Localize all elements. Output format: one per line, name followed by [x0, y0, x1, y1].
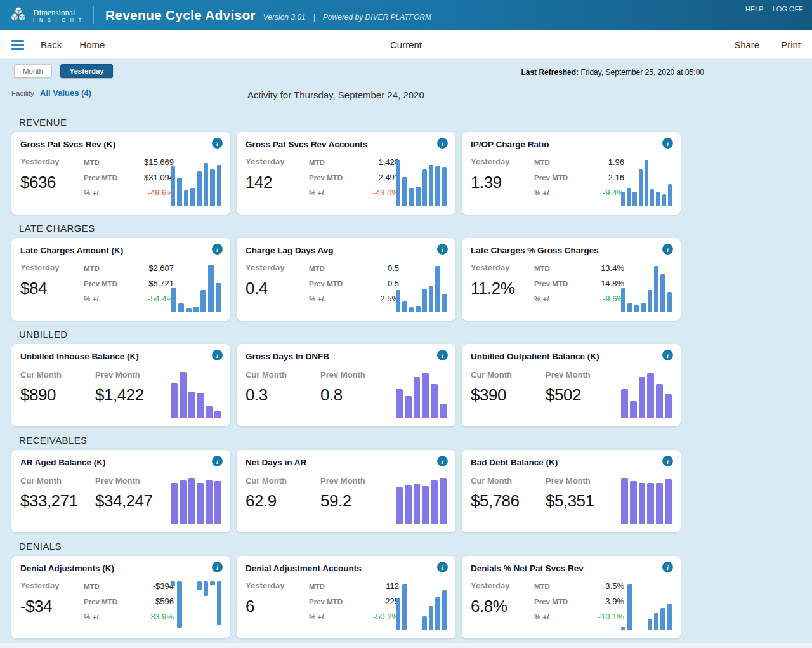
spark-bar: [435, 597, 440, 630]
spark-bar: [177, 581, 181, 628]
spark-bar: [396, 290, 400, 312]
info-icon[interactable]: [662, 244, 673, 255]
sparkline-chart: [621, 263, 672, 312]
kpi-card[interactable]: Net Days in AR Cur Month62.9Prev Month59…: [237, 450, 455, 532]
spark-bar: [204, 581, 208, 596]
kpi-card[interactable]: Gross Pat Svcs Rev (K) Yesterday $636 MT…: [11, 132, 230, 215]
metric-value: -$394: [124, 581, 174, 591]
section-title: UNBILLED: [19, 329, 812, 340]
spark-bar: [654, 266, 658, 312]
primary-label: Yesterday: [471, 581, 534, 590]
spark-bar: [621, 389, 628, 418]
info-icon[interactable]: [662, 350, 673, 360]
spark-bar: [402, 177, 407, 206]
kpi-card[interactable]: Gross Pat Svcs Rev Accounts Yesterday 14…: [237, 132, 455, 215]
metric-label: Prev MTD: [534, 280, 575, 288]
month-label: Prev Month: [546, 476, 620, 486]
metric-value: $15,669: [124, 157, 174, 167]
kpi-card[interactable]: Late Charges % Gross Charges Yesterday 1…: [462, 238, 681, 321]
spark-bar: [188, 392, 195, 418]
logoff-link[interactable]: LOG OFF: [773, 5, 803, 13]
info-icon[interactable]: [662, 562, 673, 572]
kpi-card[interactable]: Charge Lag Days Avg Yesterday 0.4 MTD0.5…: [237, 238, 455, 321]
metric-row: % +/--10.1%: [534, 612, 624, 621]
month-label: Cur Month: [471, 476, 546, 486]
card-title: Late Charges % Gross Charges: [471, 246, 672, 255]
metric-value: 225: [350, 597, 399, 606]
spark-bar: [630, 481, 637, 524]
kpi-card[interactable]: AR Aged Balance (K) Cur Month$33,271Prev…: [11, 450, 230, 532]
spark-bar: [414, 377, 421, 418]
info-icon[interactable]: [437, 138, 448, 149]
sparkline-chart: [171, 581, 221, 630]
back-button[interactable]: Back: [41, 39, 62, 50]
info-icon[interactable]: [212, 350, 223, 360]
metric-rows: MTD112Prev MTD225% +/--50.2%: [309, 581, 399, 621]
spark-bar: [621, 478, 628, 524]
spark-bar: [429, 165, 433, 206]
dashboard-sections: REVENUE Gross Pat Svcs Rev (K) Yesterday…: [0, 117, 812, 638]
info-icon[interactable]: [212, 138, 223, 149]
kpi-card[interactable]: Denial Adjustments (K) Yesterday -$34 MT…: [11, 556, 230, 638]
info-icon[interactable]: [212, 562, 223, 572]
primary-value: 6: [246, 597, 309, 616]
info-icon[interactable]: [437, 244, 448, 255]
info-icon[interactable]: [437, 350, 448, 360]
primary-value: 6.8%: [471, 597, 534, 616]
month-toggle-button[interactable]: Month: [14, 64, 52, 78]
info-icon[interactable]: [212, 244, 223, 255]
metric-row: % +/--49.6%: [84, 188, 174, 197]
metric-value: 2.5%: [350, 294, 399, 303]
primary-label: Yesterday: [20, 263, 84, 272]
metric-label: Prev MTD: [534, 174, 575, 182]
metric-label: MTD: [309, 583, 350, 590]
kpi-card[interactable]: Gross Days In DNFB Cur Month0.3Prev Mont…: [237, 344, 455, 426]
activity-title: Activity for Thursday, September 24, 202…: [247, 89, 424, 100]
home-button[interactable]: Home: [79, 39, 105, 50]
info-icon[interactable]: [212, 456, 223, 466]
info-icon[interactable]: [437, 456, 448, 466]
spark-bar: [440, 478, 447, 524]
yesterday-toggle-button[interactable]: Yesterday: [60, 64, 112, 78]
metric-rows: MTD-$394Prev MTD-$596% +/-33.9%: [84, 581, 174, 621]
card-title: Bad Debt Balance (K): [471, 458, 672, 467]
section-title: REVENUE: [19, 117, 812, 128]
kpi-card[interactable]: Unbilled Inhouse Balance (K) Cur Month$8…: [11, 344, 230, 426]
metric-row: % +/-2.5%: [309, 294, 399, 303]
spark-bar: [396, 389, 403, 418]
spark-bar: [648, 619, 652, 630]
metric-row: MTD112: [309, 581, 399, 591]
kpi-card[interactable]: Denial Adjustment Accounts Yesterday 6 M…: [237, 556, 455, 638]
metric-value: 2,491: [350, 173, 399, 182]
spark-bar: [639, 169, 643, 206]
spark-bar: [656, 192, 660, 206]
metric-row: % +/--54.4%: [84, 294, 174, 303]
version-separator: |: [313, 13, 315, 22]
metric-value: 3.9%: [575, 597, 624, 606]
spark-bar: [204, 163, 208, 206]
metric-label: % +/-: [84, 613, 124, 621]
kpi-card[interactable]: IP/OP Charge Ratio Yesterday 1.39 MTD1.9…: [462, 132, 681, 215]
spark-bar: [639, 377, 646, 418]
kpi-card[interactable]: Late Charges Amount (K) Yesterday $84 MT…: [11, 238, 230, 321]
metric-row: MTD1,420: [309, 157, 399, 167]
info-icon[interactable]: [662, 138, 673, 149]
kpi-card[interactable]: Bad Debt Balance (K) Cur Month$5,786Prev…: [462, 450, 681, 532]
sparkline-chart: [171, 475, 221, 524]
help-link[interactable]: HELP: [745, 5, 764, 13]
spark-bar: [184, 190, 188, 206]
info-icon[interactable]: [437, 562, 448, 572]
primary-label: Yesterday: [20, 581, 84, 590]
metric-label: % +/-: [309, 189, 350, 197]
print-button[interactable]: Print: [781, 39, 801, 50]
kpi-card[interactable]: Denials % Net Pat Svcs Rev Yesterday 6.8…: [462, 556, 681, 638]
share-button[interactable]: Share: [734, 39, 759, 50]
facility-select[interactable]: All Values (4): [40, 88, 143, 102]
info-icon[interactable]: [662, 456, 673, 466]
kpi-card[interactable]: Unbilled Outpatient Balance (K) Cur Mont…: [462, 344, 681, 426]
sparkline-chart: [621, 581, 672, 630]
spark-bar: [217, 581, 221, 625]
metric-label: % +/-: [534, 189, 575, 197]
menu-icon[interactable]: [11, 40, 24, 50]
spark-bar: [171, 288, 176, 313]
